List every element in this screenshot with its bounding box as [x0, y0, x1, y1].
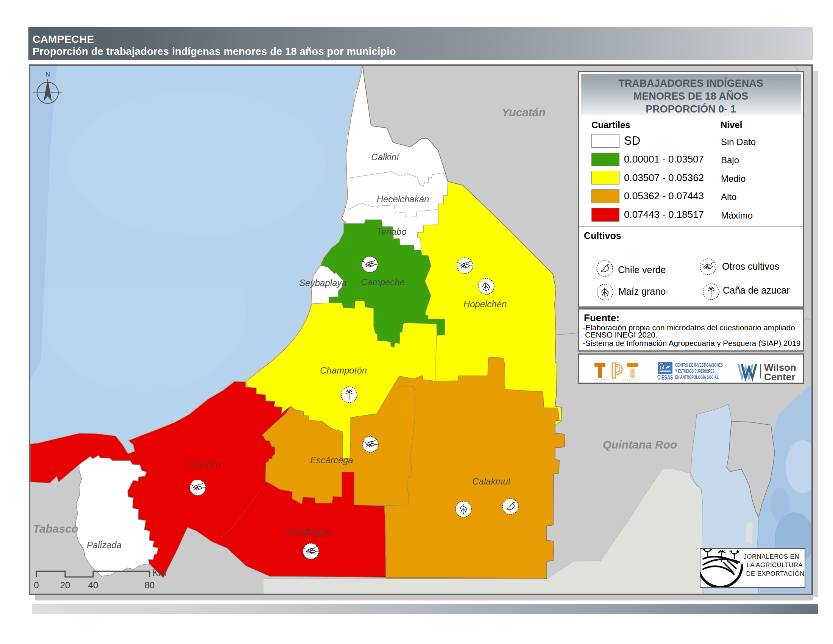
svg-text:Champotón: Champotón: [320, 365, 367, 375]
svg-text:0: 0: [34, 580, 39, 590]
svg-text:Y ESTUDIOS SUPERIORES: Y ESTUDIOS SUPERIORES: [675, 369, 714, 374]
svg-text:Hecelchakán: Hecelchakán: [377, 194, 429, 204]
svg-text:Escárcega: Escárcega: [310, 455, 353, 465]
svg-text:DE EXPORTACIÓN: DE EXPORTACIÓN: [746, 570, 805, 577]
svg-text:LA AGRICULTURA: LA AGRICULTURA: [747, 562, 803, 568]
svg-text:Tabasco: Tabasco: [33, 522, 79, 535]
svg-text:CENTRO DE INVESTIGACIONES: CENTRO DE INVESTIGACIONES: [675, 362, 723, 368]
svg-text:JORNALEROS EN: JORNALEROS EN: [744, 553, 799, 560]
svg-text:Hopelchén: Hopelchén: [463, 299, 507, 309]
svg-text:Tenabo: Tenabo: [376, 227, 406, 237]
svg-text:Km: Km: [153, 567, 166, 578]
svg-text:Center: Center: [764, 371, 795, 383]
svg-text:Calakmul: Calakmul: [472, 476, 510, 486]
svg-text:N: N: [45, 71, 50, 78]
svg-text:Candelaria: Candelaria: [286, 526, 330, 537]
svg-text:Maíz grano: Maíz grano: [618, 286, 666, 296]
svg-text:Calkiní: Calkiní: [371, 152, 400, 162]
svg-text:Carmen: Carmen: [188, 458, 220, 469]
svg-text:80: 80: [145, 580, 155, 590]
svg-text:ATRAPADOS Y TRAYECTOS: ATRAPADOS Y TRAYECTOS: [595, 378, 640, 382]
svg-text:40: 40: [88, 580, 98, 590]
svg-text:CIESAS: CIESAS: [657, 374, 673, 381]
svg-text:Palizada: Palizada: [87, 540, 122, 550]
svg-text:Otros cultivos: Otros cultivos: [722, 261, 779, 272]
svg-text:20: 20: [60, 580, 71, 590]
svg-text:Caña de azucar: Caña de azucar: [723, 285, 790, 295]
svg-text:Seybaplaya: Seybaplaya: [299, 278, 346, 288]
svg-text:EN ANTROPOLOGÍA SOCIAL: EN ANTROPOLOGÍA SOCIAL: [675, 374, 719, 380]
svg-text:Campeche: Campeche: [361, 277, 405, 287]
svg-text:Quintana Roo: Quintana Roo: [603, 438, 677, 451]
svg-text:Yucatán: Yucatán: [502, 106, 546, 119]
svg-text:Chile verde: Chile verde: [618, 264, 666, 275]
